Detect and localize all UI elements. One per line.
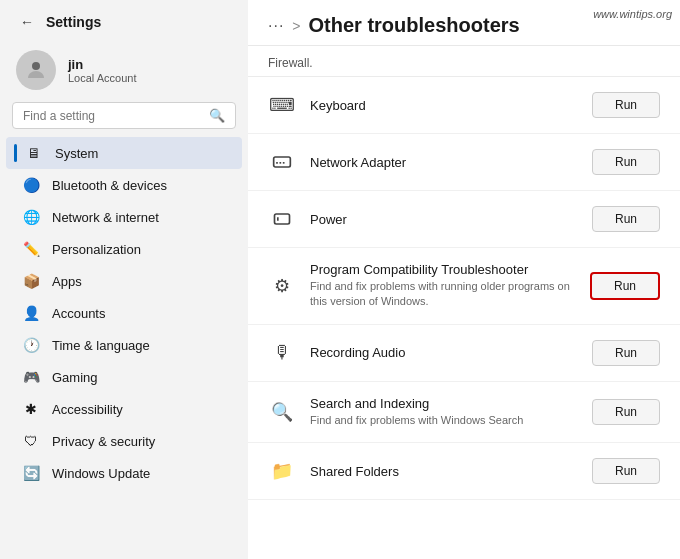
nav-list: 🖥 System 🔵 Bluetooth & devices 🌐 Network… — [0, 137, 248, 551]
list-item: Power Run — [248, 191, 680, 248]
keyboard-icon: ⌨ — [268, 91, 296, 119]
user-account-type: Local Account — [68, 72, 137, 84]
network-adapter-icon — [268, 148, 296, 176]
shared-folders-icon: 📁 — [268, 457, 296, 485]
item-name: Program Compatibility Troubleshooter — [310, 262, 576, 277]
svg-rect-1 — [274, 157, 291, 167]
item-info: Power — [310, 212, 578, 227]
sidebar-label-time: Time & language — [52, 338, 150, 353]
accessibility-icon: ✱ — [22, 400, 40, 418]
sidebar-item-personalization[interactable]: ✏️ Personalization — [6, 233, 242, 265]
sidebar-label-privacy: Privacy & security — [52, 434, 155, 449]
breadcrumb-dots: ··· — [268, 17, 284, 35]
sidebar-label-bluetooth: Bluetooth & devices — [52, 178, 167, 193]
sidebar-label-gaming: Gaming — [52, 370, 98, 385]
time-icon: 🕐 — [22, 336, 40, 354]
active-indicator — [14, 144, 17, 162]
search-indexing-run-button[interactable]: Run — [592, 399, 660, 425]
item-name: Keyboard — [310, 98, 578, 113]
sidebar-label-accessibility: Accessibility — [52, 402, 123, 417]
item-name: Power — [310, 212, 578, 227]
shared-folders-run-button[interactable]: Run — [592, 458, 660, 484]
network-icon: 🌐 — [22, 208, 40, 226]
item-desc: Find and fix problems with running older… — [310, 279, 576, 310]
search-input[interactable] — [23, 109, 203, 123]
search-box[interactable]: 🔍 — [12, 102, 236, 129]
item-info: Recording Audio — [310, 345, 578, 360]
item-info: Program Compatibility Troubleshooter Fin… — [310, 262, 576, 310]
sidebar-label-system: System — [55, 146, 98, 161]
main-content: ··· > Other troubleshooters Firewall. ⌨ … — [248, 0, 680, 559]
apps-icon: 📦 — [22, 272, 40, 290]
privacy-icon: 🛡 — [22, 432, 40, 450]
sidebar-item-gaming[interactable]: 🎮 Gaming — [6, 361, 242, 393]
keyboard-run-button[interactable]: Run — [592, 92, 660, 118]
sidebar: ← Settings jin Local Account 🔍 🖥 System … — [0, 0, 248, 559]
sidebar-item-network[interactable]: 🌐 Network & internet — [6, 201, 242, 233]
sidebar-label-personalization: Personalization — [52, 242, 141, 257]
power-run-button[interactable]: Run — [592, 206, 660, 232]
sidebar-item-time[interactable]: 🕐 Time & language — [6, 329, 242, 361]
svg-rect-5 — [275, 214, 290, 224]
breadcrumb-separator: > — [292, 18, 300, 34]
svg-point-0 — [32, 62, 40, 70]
user-name: jin — [68, 57, 137, 72]
sidebar-item-apps[interactable]: 📦 Apps — [6, 265, 242, 297]
main-header: ··· > Other troubleshooters — [248, 0, 680, 46]
list-item: ⚙ Program Compatibility Troubleshooter F… — [248, 248, 680, 325]
item-name: Shared Folders — [310, 464, 578, 479]
program-compat-run-button[interactable]: Run — [590, 272, 660, 300]
sidebar-item-bluetooth[interactable]: 🔵 Bluetooth & devices — [6, 169, 242, 201]
item-desc: Find and fix problems with Windows Searc… — [310, 413, 578, 428]
item-info: Shared Folders — [310, 464, 578, 479]
user-info: jin Local Account — [68, 57, 137, 84]
recording-audio-run-button[interactable]: Run — [592, 340, 660, 366]
sidebar-label-apps: Apps — [52, 274, 82, 289]
sidebar-header: ← Settings — [0, 0, 248, 40]
item-name: Network Adapter — [310, 155, 578, 170]
recording-audio-icon: 🎙 — [268, 339, 296, 367]
content-area: Firewall. ⌨ Keyboard Run Network Adapter… — [248, 46, 680, 559]
sidebar-label-accounts: Accounts — [52, 306, 105, 321]
sidebar-item-system[interactable]: 🖥 System — [6, 137, 242, 169]
program-compat-icon: ⚙ — [268, 272, 296, 300]
sidebar-label-network: Network & internet — [52, 210, 159, 225]
item-name: Recording Audio — [310, 345, 578, 360]
sidebar-item-accessibility[interactable]: ✱ Accessibility — [6, 393, 242, 425]
power-icon — [268, 205, 296, 233]
system-icon: 🖥 — [25, 144, 43, 162]
back-button[interactable]: ← — [16, 12, 38, 32]
personalization-icon: ✏️ — [22, 240, 40, 258]
accounts-icon: 👤 — [22, 304, 40, 322]
list-item: 📁 Shared Folders Run — [248, 443, 680, 500]
update-icon: 🔄 — [22, 464, 40, 482]
sidebar-item-update[interactable]: 🔄 Windows Update — [6, 457, 242, 489]
list-item: 🔍 Search and Indexing Find and fix probl… — [248, 382, 680, 443]
settings-title: Settings — [46, 14, 101, 30]
firewall-label: Firewall. — [248, 46, 680, 77]
item-info: Keyboard — [310, 98, 578, 113]
item-info: Network Adapter — [310, 155, 578, 170]
list-item: 🎙 Recording Audio Run — [248, 325, 680, 382]
bluetooth-icon: 🔵 — [22, 176, 40, 194]
search-icon: 🔍 — [209, 108, 225, 123]
list-item: Network Adapter Run — [248, 134, 680, 191]
user-section: jin Local Account — [0, 40, 248, 102]
item-name: Search and Indexing — [310, 396, 578, 411]
avatar — [16, 50, 56, 90]
item-info: Search and Indexing Find and fix problem… — [310, 396, 578, 428]
sidebar-item-accounts[interactable]: 👤 Accounts — [6, 297, 242, 329]
gaming-icon: 🎮 — [22, 368, 40, 386]
search-indexing-icon: 🔍 — [268, 398, 296, 426]
page-title: Other troubleshooters — [309, 14, 520, 37]
sidebar-label-update: Windows Update — [52, 466, 150, 481]
sidebar-item-privacy[interactable]: 🛡 Privacy & security — [6, 425, 242, 457]
list-item: ⌨ Keyboard Run — [248, 77, 680, 134]
network-adapter-run-button[interactable]: Run — [592, 149, 660, 175]
